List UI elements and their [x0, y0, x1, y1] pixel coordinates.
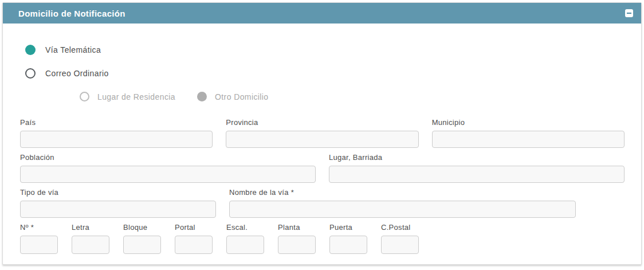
poblacion-input[interactable]: [20, 166, 316, 183]
radio-option-via-telematica[interactable]: Vía Telemática: [25, 45, 625, 55]
numero-input[interactable]: [20, 236, 58, 254]
lugar-barriada-input[interactable]: [329, 166, 625, 183]
escal-input[interactable]: [226, 236, 264, 254]
numero-label: Nº *: [20, 223, 58, 232]
radio-label-lugar-residencia: Lugar de Residencia: [97, 92, 175, 101]
radio-option-otro-domicilio: Otro Domicilio: [197, 92, 269, 101]
panel-body: Vía Telemática Correo Ordinario Lugar de…: [3, 45, 641, 254]
tipo-via-label: Tipo de vía: [20, 188, 216, 197]
form-row-1: País Provincia Municipio: [20, 118, 625, 148]
field-cpostal: C.Postal: [381, 223, 419, 254]
field-provincia: Provincia: [226, 118, 418, 148]
field-tipo-via: Tipo de vía: [20, 188, 216, 218]
letra-label: Letra: [72, 223, 109, 232]
radio-selected-icon[interactable]: [25, 45, 36, 55]
field-poblacion: Población: [20, 153, 316, 183]
portal-label: Portal: [175, 223, 213, 232]
municipio-label: Municipio: [432, 118, 625, 127]
correo-sub-radio-group: Lugar de Residencia Otro Domicilio: [80, 92, 625, 101]
planta-label: Planta: [278, 223, 316, 232]
radio-option-correo-ordinario[interactable]: Correo Ordinario: [25, 68, 625, 79]
notification-method-radio-group: Vía Telemática Correo Ordinario Lugar de…: [25, 45, 625, 101]
provincia-label: Provincia: [226, 118, 418, 127]
field-nombre-via: Nombre de la vía *: [229, 188, 576, 218]
field-planta: Planta: [278, 223, 316, 254]
lugar-barriada-label: Lugar, Barriada: [329, 153, 625, 162]
provincia-input[interactable]: [226, 131, 418, 148]
radio-label-correo-ordinario: Correo Ordinario: [45, 69, 109, 78]
address-form: País Provincia Municipio Población: [20, 118, 625, 254]
letra-input[interactable]: [72, 236, 109, 254]
poblacion-label: Población: [20, 153, 316, 162]
bloque-input[interactable]: [123, 236, 161, 254]
field-escal: Escal.: [226, 223, 264, 254]
planta-input[interactable]: [278, 236, 316, 254]
panel-title: Domicilio de Notificación: [18, 9, 625, 18]
form-row-2: Población Lugar, Barriada: [20, 153, 625, 183]
cpostal-label: C.Postal: [381, 223, 419, 232]
form-row-3: Tipo de vía Nombre de la vía *: [20, 188, 625, 218]
bloque-label: Bloque: [123, 223, 161, 232]
field-portal: Portal: [175, 223, 213, 254]
field-lugar-barriada: Lugar, Barriada: [329, 153, 625, 183]
puerta-input[interactable]: [329, 236, 367, 254]
field-letra: Letra: [72, 223, 109, 254]
radio-disabled-selected-icon: [197, 92, 207, 101]
field-puerta: Puerta: [329, 223, 367, 254]
pais-label: País: [20, 118, 213, 127]
field-pais: País: [20, 118, 213, 148]
panel-header: Domicilio de Notificación: [3, 3, 641, 24]
municipio-input[interactable]: [432, 131, 625, 148]
field-bloque: Bloque: [123, 223, 161, 254]
escal-label: Escal.: [226, 223, 264, 232]
radio-option-lugar-residencia: Lugar de Residencia: [80, 92, 175, 101]
domicilio-notificacion-panel: Domicilio de Notificación Vía Telemática…: [2, 2, 642, 265]
nombre-via-input[interactable]: [229, 201, 576, 218]
radio-label-via-telematica: Vía Telemática: [45, 45, 101, 54]
nombre-via-label: Nombre de la vía *: [229, 188, 576, 197]
field-municipio: Municipio: [432, 118, 625, 148]
cpostal-input[interactable]: [381, 236, 419, 254]
form-row-4: Nº * Letra Bloque Portal Escal.: [20, 223, 625, 254]
radio-disabled-unselected-icon: [80, 92, 89, 101]
pais-input[interactable]: [20, 131, 213, 148]
collapse-panel-button[interactable]: [625, 9, 633, 17]
tipo-via-input[interactable]: [20, 201, 216, 218]
radio-label-otro-domicilio: Otro Domicilio: [215, 92, 269, 101]
radio-unselected-icon[interactable]: [25, 68, 36, 79]
minus-icon: [627, 13, 631, 14]
portal-input[interactable]: [175, 236, 213, 254]
field-numero: Nº *: [20, 223, 58, 254]
puerta-label: Puerta: [329, 223, 367, 232]
